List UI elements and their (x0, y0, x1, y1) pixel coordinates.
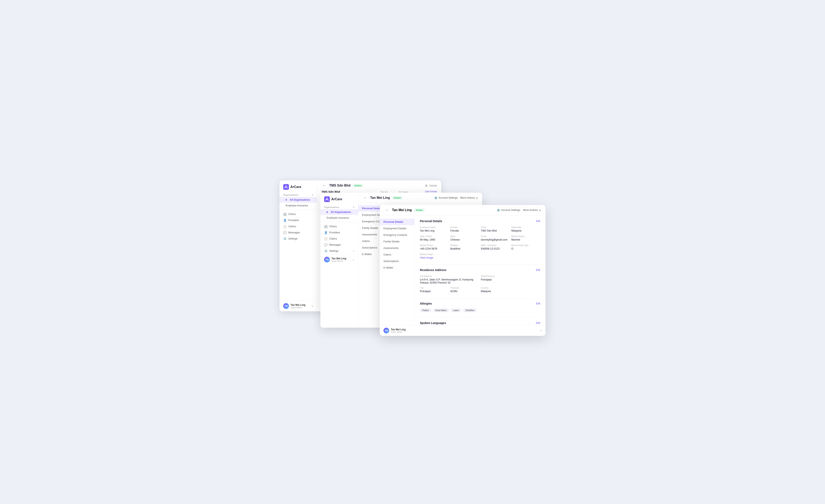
spoken-languages-edit[interactable]: Edit (536, 322, 540, 324)
svg-rect-1 (324, 196, 330, 202)
sidebar-item-messages[interactable]: 💬 Messages (280, 230, 317, 236)
emp-sidebar-emp-insurance[interactable]: Employee Insurance (320, 215, 358, 221)
field-country: Country Malaysia (481, 286, 510, 293)
field-value: 930506-12-0123 (481, 247, 500, 250)
emp-logo-text: ArCare (331, 197, 342, 201)
field-mobile-phone: Mobile Phone +60-1234 5678 (420, 244, 449, 250)
emp-status-badge: Active (392, 196, 403, 199)
user-chevron-icon[interactable]: ∨ (311, 304, 313, 308)
more-actions-button[interactable]: More Actions ∨ (460, 196, 478, 199)
field-value: Lot 6-4, Jalan S.P. Seenivasagam 2l, Kam… (420, 278, 473, 284)
field-value: Malaysia (481, 290, 491, 293)
field-full-address: Full Address Lot 6-4, Jalan S.P. Seeniva… (420, 275, 479, 284)
topbar-right: 🗑 Delete (425, 184, 437, 187)
emp-user-chevron-icon[interactable]: ∨ (353, 258, 354, 261)
sidebar-label: Providers (288, 219, 299, 222)
detail-user-avatar: TM (383, 328, 389, 333)
field-label: Gender (450, 226, 479, 229)
personal-details-header: Personal Details Edit (420, 220, 540, 223)
detail-more-actions-label: More Actions (523, 208, 538, 212)
account-settings-button[interactable]: ⚙️ Account Settings (434, 196, 458, 199)
field-client: Client TMS Sdn Bhd (481, 226, 510, 232)
delete-label[interactable]: Delete (429, 184, 437, 187)
detail-content-area: Personal Details Edit Employee Name Tan … (415, 216, 545, 325)
account-settings-label: Account Settings (439, 196, 458, 199)
personal-details-title: Personal Details (420, 220, 442, 223)
emp-topbar-left: ← Tan Mei Ling Active (362, 195, 403, 200)
sidebar-item-settings[interactable]: ⚙️ Settings (280, 236, 317, 242)
field-religion: Religion Buddhist (450, 244, 479, 250)
detail-nav-emergency[interactable]: Emergency Contacts (380, 232, 415, 238)
residence-address-section: Residence Address Edit Full Address Lot … (420, 268, 540, 293)
field-label: Blood Group Type (511, 244, 540, 246)
detail-nav-ewallet[interactable]: E-Wallet (380, 264, 415, 271)
detail-topbar: ← Tan Mei Ling Active ⚙️ Account Setting… (380, 205, 545, 216)
field-value: Tan Mei Ling (420, 229, 434, 232)
sidebar-item-all-organisations[interactable]: All Organisations (280, 197, 317, 203)
emp-organisations-label: Organisations∨ (320, 206, 358, 208)
settings-gear-icon: ⚙️ (434, 196, 438, 199)
detail-nav-family[interactable]: Family Details (380, 238, 415, 245)
app-logo: ArCare (280, 184, 317, 193)
field-label: Full Address (420, 275, 479, 277)
detail-more-actions-button[interactable]: More Actions ∨ (523, 208, 541, 212)
field-label: Date of Birth (420, 235, 449, 238)
detail-nav-personal[interactable]: Personal Details (380, 219, 415, 225)
detail-account-settings-button[interactable]: ⚙️ Account Settings (497, 208, 520, 212)
detail-nav-assessments[interactable]: Assessments (380, 245, 415, 251)
emp-sidebar-providers[interactable]: 👤 Providers (320, 230, 358, 236)
field-value: TMS Sdn Bhd (481, 229, 497, 232)
allergies-tags: Pollen Dust Mites Latex Shellfish (420, 309, 540, 312)
field-postcode: Postcode 62392 (450, 286, 479, 293)
delete-icon: 🗑 (425, 184, 428, 187)
field-value: Chinese (450, 238, 460, 241)
personal-details-grid: Employee Name Tan Mei Ling Gender Female… (420, 226, 540, 259)
field-value: Buddhist (450, 247, 460, 250)
field-email: Email tanmeyling@gmail.com (481, 235, 510, 241)
sidebar-item-clinics[interactable]: 🏥 Clinics (280, 211, 317, 217)
emp-back-button[interactable]: ← (362, 195, 368, 200)
emp-sidebar-messages[interactable]: 💬 Messages (320, 242, 358, 248)
content-topbar: ← TMS Sdn Bhd Active 🗑 Delete (321, 183, 437, 188)
allergies-title: Allergies (420, 302, 432, 305)
sidebar-label: Claims (288, 225, 296, 228)
emp-employee-name: Tan Mei Ling (370, 196, 390, 200)
sidebar-label: Claims (329, 237, 337, 240)
field-value: +60-1234 5678 (420, 247, 437, 250)
sidebar-item-providers[interactable]: 👤 Providers (280, 217, 317, 223)
detail-user-chevron-icon[interactable]: ∨ (540, 329, 542, 332)
field-label: Email (481, 235, 510, 238)
field-label: State/Province (481, 275, 510, 277)
providers-icon: 👤 (283, 219, 287, 222)
more-actions-label: More Actions (460, 196, 475, 199)
emp-sidebar-all-orgs[interactable]: All Organisations (320, 209, 358, 215)
emp-sidebar-settings[interactable]: ⚙️ Settings ∨ (320, 248, 358, 254)
field-label: Postcode (450, 286, 479, 289)
emp-sidebar-clinics[interactable]: 🏥 Clinics (320, 223, 358, 230)
field-race: Race Chinese (450, 235, 479, 241)
detail-nav-subscriptions[interactable]: Subscriptions (380, 258, 415, 264)
back-button[interactable]: ← (321, 183, 327, 188)
emp-topbar-right: ⚙️ Account Settings More Actions ∨ (434, 196, 478, 199)
allergies-edit[interactable]: Edit (536, 302, 540, 305)
providers-icon: 👤 (324, 231, 327, 234)
residence-address-title: Residence Address (420, 268, 446, 272)
company-status-badge: Active (353, 184, 363, 187)
field-state-province: State/Province Putrajaya (481, 275, 510, 284)
sidebar-item-claims[interactable]: 📋 Claims (280, 223, 317, 230)
claims-icon: 📋 (283, 225, 287, 228)
detail-nav-employment[interactable]: Employment Details (380, 225, 415, 232)
field-value: 62392 (450, 290, 457, 293)
field-value-link[interactable]: View Image (420, 256, 433, 259)
messages-icon: 💬 (324, 243, 327, 246)
residence-address-edit[interactable]: Edit (536, 269, 540, 271)
detail-back-button[interactable]: ← (384, 208, 390, 212)
emp-sidebar-claims[interactable]: 📋 Claims (320, 236, 358, 242)
detail-settings-icon: ⚙️ (497, 208, 500, 212)
detail-nav-claims[interactable]: Claims (380, 251, 415, 258)
personal-details-edit[interactable]: Edit (536, 220, 540, 223)
sidebar-item-employee-insurance[interactable]: Employee Insurance (280, 203, 317, 208)
organisations-label: Organisations ∨ (280, 193, 317, 196)
company-name: TMS Sdn Bhd (329, 184, 351, 187)
more-actions-chevron-icon: ∨ (476, 196, 478, 199)
